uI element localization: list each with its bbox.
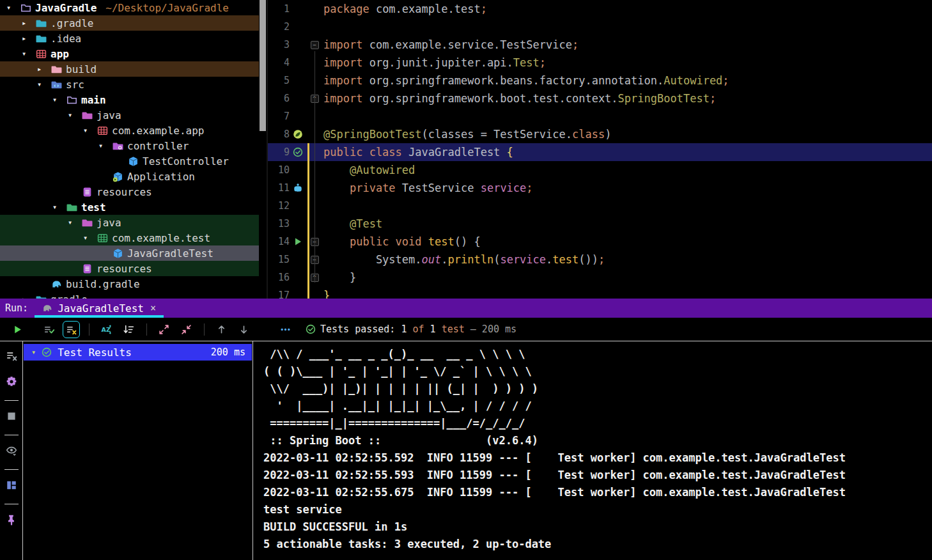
tree-chevron-icon[interactable]: ▾ xyxy=(6,3,20,12)
tree-item-icon-slot xyxy=(51,279,62,290)
hide-passed-button[interactable] xyxy=(4,348,19,363)
tree-row[interactable]: ▾ controller xyxy=(0,138,259,153)
layout-button[interactable] xyxy=(4,478,19,493)
rerun-tests-button[interactable] xyxy=(9,321,26,338)
console-line: ( ( )\___ | '_ | '_| | '_ \/ _` | \ \ \ … xyxy=(263,363,932,380)
tree-row[interactable]: build.gradle xyxy=(0,276,259,292)
tree-chevron-icon[interactable]: ▾ xyxy=(36,80,51,89)
tree-item-label: .gradle xyxy=(50,17,93,29)
editor-line[interactable]: 5 import org.springframework.beans.facto… xyxy=(268,72,932,89)
tree-row[interactable]: ▸ .gradle xyxy=(0,15,259,31)
pin-button[interactable] xyxy=(4,512,19,527)
gutter-icon-slot[interactable] xyxy=(290,183,306,193)
editor-line[interactable]: 3 − import com.example.service.TestServi… xyxy=(268,36,932,54)
tree-scrollbar-thumb[interactable] xyxy=(260,0,266,131)
expand-all-icon xyxy=(159,324,169,335)
tree-row[interactable]: ▾ test xyxy=(0,199,259,215)
tree-row[interactable]: resources xyxy=(0,261,259,276)
resources-icon xyxy=(82,263,93,274)
expand-all-button[interactable] xyxy=(155,321,173,338)
show-failed-button[interactable] xyxy=(63,321,80,338)
tree-chevron-icon[interactable]: ▾ xyxy=(52,95,66,104)
tree-row[interactable]: ▸ gradle xyxy=(0,292,259,299)
fold-marker-icon[interactable]: − xyxy=(311,41,319,49)
collapse-all-button[interactable] xyxy=(178,321,195,338)
more-options-button[interactable] xyxy=(277,321,294,338)
tree-chevron-icon[interactable]: ▸ xyxy=(36,65,51,74)
gradle-icon-slot xyxy=(42,303,52,313)
editor-line[interactable]: 9 public class JavaGradleTest { xyxy=(268,143,932,161)
preview-button[interactable] xyxy=(4,443,19,458)
console-line: :: Spring Boot :: (v2.6.4) xyxy=(263,432,932,449)
previous-failed-test-button[interactable] xyxy=(213,321,230,338)
next-failed-test-button[interactable] xyxy=(235,321,252,338)
console-line: ' |____| .__|_| |_|_| |_\__, | / / / / xyxy=(263,398,932,415)
code-text: import com.example.service.TestService; xyxy=(320,38,579,51)
tree-row[interactable]: ▾ java xyxy=(0,107,259,123)
editor-line[interactable]: 11 private TestService service; xyxy=(268,179,932,197)
tree-row[interactable]: Application xyxy=(0,169,259,184)
settings-button[interactable] xyxy=(4,374,19,389)
run-tool-window-header: Run: JavaGradleTest × xyxy=(0,299,932,318)
tree-chevron-icon[interactable]: ▾ xyxy=(21,49,36,58)
tree-row[interactable]: JavaGradleTest xyxy=(0,245,259,261)
test-results-row[interactable]: ▾ Test Results 200 ms xyxy=(24,344,252,361)
tree-chevron-icon[interactable]: ▾ xyxy=(67,218,82,227)
tree-chevron-icon[interactable]: ▾ xyxy=(52,203,66,212)
tree-chevron-icon[interactable]: ▾ xyxy=(82,126,97,135)
show-passed-button[interactable] xyxy=(40,321,58,338)
sort-duration-icon xyxy=(123,324,134,335)
code-editor[interactable]: 1 package com.example.test; 2 3 − xyxy=(267,0,932,299)
editor-line[interactable]: 13 @Test xyxy=(268,215,932,233)
line-number: 16 xyxy=(268,272,290,283)
change-marker xyxy=(307,161,309,179)
tree-row[interactable]: ▸ .idea xyxy=(0,31,259,46)
editor-line[interactable]: 17 } xyxy=(268,286,932,299)
tree-row[interactable]: ▾ JavaGradle ~/Desktop/JavaGradle xyxy=(0,0,259,15)
chevron-down-icon[interactable]: ▾ xyxy=(31,348,36,357)
editor-line[interactable]: 1 package com.example.test; xyxy=(268,0,932,18)
tree-row[interactable]: ▾ app xyxy=(0,46,259,61)
editor-line[interactable]: 4 import org.junit.jupiter.api.Test; xyxy=(268,54,932,72)
tree-row[interactable]: ▾ main xyxy=(0,92,259,107)
tree-scrollbar[interactable] xyxy=(259,0,267,299)
gutter-icon-slot[interactable] xyxy=(290,129,306,139)
tree-row[interactable]: resources xyxy=(0,184,259,199)
editor-line[interactable]: 16 ^ } xyxy=(268,268,932,286)
sort-alphabetically-button[interactable] xyxy=(98,321,115,338)
line-number: 11 xyxy=(268,182,290,194)
tree-item-icon-slot xyxy=(97,233,108,244)
gutter-icon-slot[interactable] xyxy=(290,237,306,247)
tree-row[interactable]: ▾ com.example.app xyxy=(0,123,259,138)
spring-leaf-icon xyxy=(293,129,303,139)
editor-line[interactable]: 14 − public void test() { xyxy=(268,233,932,251)
editor-line[interactable]: 6 ^ import org.springframework.boot.test… xyxy=(268,89,932,107)
tree-item-label: src xyxy=(66,79,84,91)
editor-line[interactable]: 7 xyxy=(268,107,932,125)
run-tab-javagradletest[interactable]: JavaGradleTest × xyxy=(35,299,164,318)
editor-line[interactable]: 10 @Autowired xyxy=(268,161,932,179)
tree-chevron-icon[interactable]: ▾ xyxy=(82,233,97,242)
gutter-icon-slot[interactable] xyxy=(290,147,306,157)
tree-row[interactable]: ▾ com.example.test xyxy=(0,230,259,245)
class-boot-icon xyxy=(113,171,123,182)
editor-line[interactable]: 15 − System.out.println(service.test()); xyxy=(268,251,932,268)
code-text: package com.example.test; xyxy=(320,3,487,15)
tree-chevron-icon[interactable]: ▾ xyxy=(67,111,82,120)
run-console[interactable]: /\\ / ___'_ __ _ _(_)_ __ __ _ \ \ \ \( … xyxy=(252,341,932,560)
check-circle-icon xyxy=(42,347,52,357)
tree-chevron-icon[interactable]: ▾ xyxy=(98,141,113,150)
stop-button[interactable] xyxy=(4,408,19,424)
tree-row[interactable]: ▸ build xyxy=(0,61,259,77)
tree-row[interactable]: ▾ src xyxy=(0,77,259,92)
close-icon[interactable]: × xyxy=(150,302,156,314)
editor-line[interactable]: 2 xyxy=(268,18,932,36)
tree-row[interactable]: TestController xyxy=(0,153,259,169)
editor-line[interactable]: 12 xyxy=(268,197,932,215)
tree-chevron-icon[interactable]: ▸ xyxy=(21,19,36,27)
sort-by-duration-button[interactable] xyxy=(120,321,137,338)
tree-chevron-icon[interactable]: ▸ xyxy=(21,34,36,43)
tree-row[interactable]: ▾ java xyxy=(0,215,259,230)
console-line: \\/ ___)| |_)| | | | | || (_| | ) ) ) ) xyxy=(263,380,932,398)
editor-line[interactable]: 8 @SpringBootTest(classes = TestService.… xyxy=(268,125,932,143)
